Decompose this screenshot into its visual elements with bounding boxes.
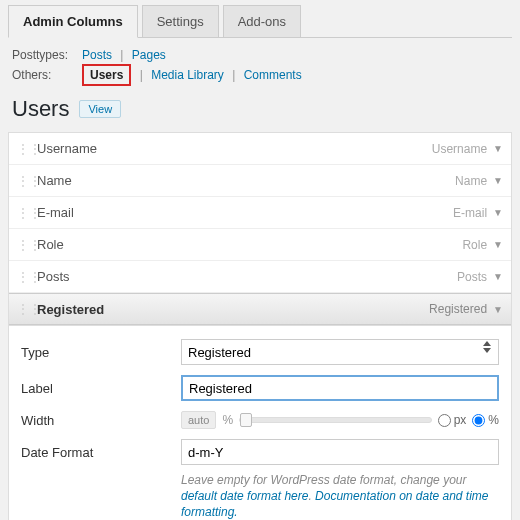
drag-handle-icon[interactable]: ⋮⋮ — [17, 302, 31, 316]
column-name: Username — [31, 141, 432, 156]
chevron-down-icon[interactable]: ▼ — [493, 271, 503, 282]
filter-users[interactable]: Users — [82, 64, 131, 86]
dateformat-helper: Leave empty for WordPress date format, c… — [9, 470, 511, 520]
column-name: Role — [31, 237, 462, 252]
tab-addons[interactable]: Add-ons — [223, 5, 301, 37]
column-type: Registered — [429, 302, 493, 316]
drag-handle-icon[interactable]: ⋮⋮ — [17, 206, 31, 220]
width-label: Width — [21, 413, 181, 428]
column-row[interactable]: ⋮⋮ Username Username ▼ — [9, 133, 511, 165]
view-button[interactable]: View — [79, 100, 121, 118]
filter-bar: Posttypes: Posts | Pages Others: Users |… — [8, 38, 512, 94]
posttypes-label: Posttypes: — [12, 48, 82, 62]
filter-posts[interactable]: Posts — [82, 48, 112, 62]
filter-pages[interactable]: Pages — [132, 48, 166, 62]
column-type: E-mail — [453, 206, 493, 220]
drag-handle-icon[interactable]: ⋮⋮ — [17, 174, 31, 188]
tab-settings[interactable]: Settings — [142, 5, 219, 37]
dateformat-input[interactable] — [181, 439, 499, 465]
unit-px-radio[interactable]: px — [438, 413, 467, 427]
column-type: Username — [432, 142, 493, 156]
filter-comments[interactable]: Comments — [244, 68, 302, 82]
width-unit-text: % — [222, 413, 233, 427]
columns-list: ⋮⋮ Username Username ▼ ⋮⋮ Name Name ▼ ⋮⋮… — [8, 132, 512, 326]
column-row[interactable]: ⋮⋮ Role Role ▼ — [9, 229, 511, 261]
column-settings-form: Type Registered Label Width auto % — [8, 326, 512, 520]
column-row-expanded[interactable]: ⋮⋮ Registered Registered ▼ — [9, 293, 511, 325]
column-name: Name — [31, 173, 455, 188]
column-type: Posts — [457, 270, 493, 284]
separator: | — [227, 68, 240, 82]
type-label: Type — [21, 345, 181, 360]
chevron-down-icon[interactable]: ▼ — [493, 175, 503, 186]
type-select[interactable]: Registered — [181, 339, 499, 365]
column-type: Role — [462, 238, 493, 252]
column-name: Registered — [31, 302, 429, 317]
default-date-format-link[interactable]: default date format here — [181, 489, 308, 503]
chevron-down-icon[interactable]: ▼ — [493, 239, 503, 250]
chevron-down-icon[interactable]: ▼ — [493, 143, 503, 154]
slider-thumb[interactable] — [240, 413, 252, 427]
column-name: Posts — [31, 269, 457, 284]
drag-handle-icon[interactable]: ⋮⋮ — [17, 142, 31, 156]
tab-admin-columns[interactable]: Admin Columns — [8, 5, 138, 38]
width-auto-chip: auto — [181, 411, 216, 429]
width-slider[interactable] — [239, 417, 432, 423]
label-input[interactable] — [181, 375, 499, 401]
column-name: E-mail — [31, 205, 453, 220]
separator: | — [115, 48, 128, 62]
filter-media[interactable]: Media Library — [151, 68, 224, 82]
drag-handle-icon[interactable]: ⋮⋮ — [17, 270, 31, 284]
dateformat-label: Date Format — [21, 445, 181, 460]
column-row[interactable]: ⋮⋮ Name Name ▼ — [9, 165, 511, 197]
column-row[interactable]: ⋮⋮ E-mail E-mail ▼ — [9, 197, 511, 229]
label-label: Label — [21, 381, 181, 396]
chevron-down-icon[interactable]: ▼ — [493, 207, 503, 218]
column-row[interactable]: ⋮⋮ Posts Posts ▼ — [9, 261, 511, 293]
others-label: Others: — [12, 68, 82, 82]
column-type: Name — [455, 174, 493, 188]
separator: | — [135, 68, 148, 82]
unit-pct-radio[interactable]: % — [472, 413, 499, 427]
page-title: Users — [12, 96, 69, 122]
main-tabs: Admin Columns Settings Add-ons — [8, 4, 512, 38]
chevron-down-icon[interactable]: ▼ — [493, 304, 503, 315]
drag-handle-icon[interactable]: ⋮⋮ — [17, 238, 31, 252]
